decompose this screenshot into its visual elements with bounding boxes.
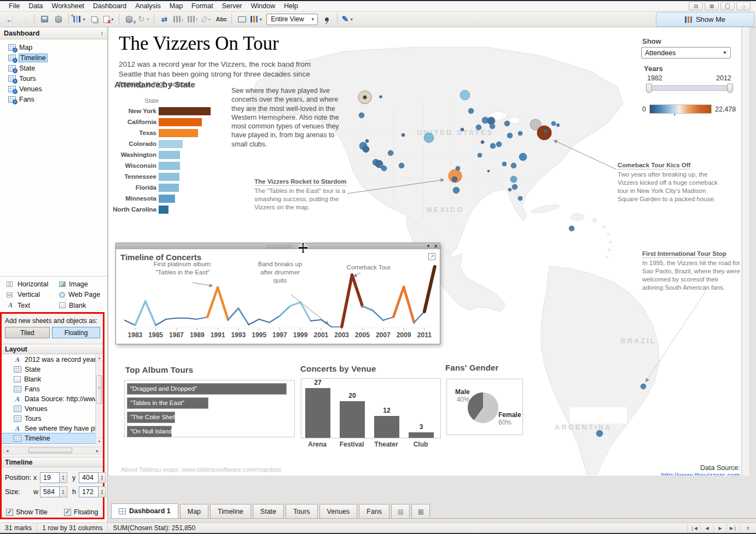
attendance-row[interactable]: California <box>109 116 211 127</box>
album-bar[interactable]: "The Color Shelf" <box>127 412 175 423</box>
layout-item[interactable]: AData Source: http://www <box>2 394 103 404</box>
layout-item[interactable]: Fans <box>2 384 103 394</box>
fans-gender-chart[interactable]: Male40%Female60% <box>446 379 523 435</box>
state-bar[interactable] <box>159 184 179 192</box>
group-icon[interactable]: ▼ <box>200 13 213 26</box>
map-mark[interactable] <box>381 166 387 171</box>
map-mark[interactable] <box>510 176 517 183</box>
refresh-icon[interactable]: ↻▼ <box>137 13 151 26</box>
y-position-input[interactable]: 404 <box>79 472 98 483</box>
album-bar[interactable]: "On Null Island" <box>127 426 172 437</box>
tab-fans[interactable]: Fans <box>359 504 389 518</box>
width-input[interactable]: 584 <box>40 486 60 497</box>
map-mark[interactable] <box>402 133 405 137</box>
album-tours-chart[interactable]: "Dragged and Dropped""Tables in the East… <box>124 380 295 437</box>
show-data-button[interactable] <box>720 2 735 10</box>
mark-labels-icon[interactable]: Abc <box>214 13 228 26</box>
layout-vertical-scrollbar[interactable]: ▲ ▼ <box>95 355 103 444</box>
timeline-line-chart[interactable]: 1983198519871989199119931995199719992001… <box>116 262 440 344</box>
save-icon[interactable] <box>38 13 51 26</box>
attendance-row[interactable]: Florida <box>109 182 211 193</box>
scroll-right-icon[interactable]: ▶ <box>94 449 101 453</box>
tab-timeline[interactable]: Timeline <box>210 504 251 518</box>
pin-icon[interactable] <box>321 13 334 26</box>
fit-selector[interactable]: Entire View▼ <box>266 14 317 25</box>
swap-axes-icon[interactable]: ⇄ <box>158 13 171 26</box>
scroll-up-icon[interactable]: ▲ <box>96 355 103 361</box>
sidebar-sheet-timeline[interactable]: Timeline <box>0 52 107 63</box>
attendance-row[interactable]: Texas <box>109 127 211 138</box>
venue-bar[interactable] <box>409 432 434 438</box>
sheet-sorter-icon[interactable]: ▲▼ <box>740 523 756 533</box>
tab-venues[interactable]: Venues <box>319 504 358 518</box>
height-input[interactable]: 172 <box>79 486 98 497</box>
menu-analysis[interactable]: Analysis <box>131 2 165 10</box>
concerts-by-venue-chart[interactable]: 2720123 <box>301 378 441 438</box>
data-source-icon[interactable] <box>52 13 65 26</box>
map-mark[interactable] <box>456 166 460 171</box>
menu-help[interactable]: Help <box>280 2 303 10</box>
map-mark[interactable] <box>490 143 496 149</box>
floating-checkbox[interactable] <box>64 509 71 516</box>
connections-icon[interactable]: ‖ <box>123 13 136 26</box>
map-mark[interactable] <box>502 162 507 166</box>
attendance-row[interactable]: Colorado <box>109 138 211 149</box>
menu-worksheet[interactable]: Worksheet <box>48 2 89 10</box>
x-position-input[interactable]: 19 <box>40 472 60 483</box>
object-blank[interactable]: Blank <box>59 300 107 310</box>
attendance-row[interactable]: North Carolina <box>109 204 211 215</box>
tab-tours[interactable]: Tours <box>286 504 318 518</box>
map-mark[interactable] <box>424 133 434 143</box>
menu-dashboard[interactable]: Dashboard <box>89 2 131 10</box>
attendance-row[interactable]: Minnesota <box>109 193 211 204</box>
map-mark[interactable] <box>551 121 556 126</box>
object-image[interactable]: Image <box>59 279 107 289</box>
state-bar[interactable] <box>159 173 179 181</box>
map-mark[interactable] <box>519 153 527 161</box>
layout-item[interactable]: State <box>2 365 103 374</box>
menu-map[interactable]: Map <box>165 2 187 10</box>
map-mark[interactable] <box>556 124 560 127</box>
state-bar[interactable] <box>159 151 180 159</box>
start-page-button[interactable]: ⌂ <box>736 2 751 10</box>
sidebar-sheet-tours[interactable]: Tours <box>0 73 107 84</box>
map-mark[interactable] <box>507 133 513 138</box>
menu-file[interactable]: File <box>4 2 24 10</box>
sidebar-sheet-venues[interactable]: Venues <box>0 84 107 94</box>
venue-bar[interactable] <box>340 401 365 438</box>
timeline-floating-window[interactable]: ▼ × Timeline of Concerts ↗ 1983198519871… <box>115 243 440 344</box>
window-menu-icon[interactable]: ▼ <box>426 244 431 249</box>
map-mark[interactable] <box>504 121 510 126</box>
tab-state[interactable]: State <box>253 504 284 518</box>
sidebar-sheet-state[interactable]: State <box>0 63 107 73</box>
state-bar[interactable] <box>159 195 175 203</box>
state-bar[interactable] <box>159 206 168 214</box>
menu-server[interactable]: Server <box>218 2 247 10</box>
show-filter-dropdown[interactable]: Attendees ▼ <box>641 47 731 58</box>
floating-window-titlebar[interactable]: ▼ × <box>116 243 440 249</box>
layout-item[interactable]: Tours <box>2 414 103 424</box>
object-web-page[interactable]: Web Page <box>59 290 107 300</box>
go-to-sheet-icon[interactable]: ↗ <box>428 253 435 260</box>
object-text[interactable]: AText <box>7 300 59 310</box>
album-bar[interactable]: "Dragged and Dropped" <box>127 383 287 395</box>
duplicate-sheet-icon[interactable] <box>88 13 101 26</box>
map-mark[interactable] <box>461 128 464 131</box>
map-mark[interactable] <box>508 188 511 191</box>
map-mark[interactable] <box>478 153 482 157</box>
y-position-spinner[interactable]: ▲▼ <box>98 472 106 483</box>
menu-data[interactable]: Data <box>24 2 47 10</box>
width-spinner[interactable]: ▲▼ <box>60 486 67 497</box>
map-mark[interactable] <box>496 142 502 147</box>
layout-item[interactable]: ASee where they have play <box>2 424 103 433</box>
menu-window[interactable]: Window <box>247 2 280 10</box>
map-mark[interactable] <box>569 226 574 231</box>
state-bar[interactable] <box>159 118 202 126</box>
new-dashboard-tab[interactable]: ▦ <box>411 504 430 518</box>
panel-splitter-icon[interactable]: ▲▼ <box>101 31 103 36</box>
sidebar-sheet-map[interactable]: Map <box>0 42 107 52</box>
close-icon[interactable]: × <box>434 243 438 249</box>
floating-checkbox-row[interactable]: Floating <box>64 508 98 516</box>
sidebar-sheet-fans[interactable]: Fans <box>0 94 107 104</box>
years-range-slider[interactable] <box>647 85 732 91</box>
